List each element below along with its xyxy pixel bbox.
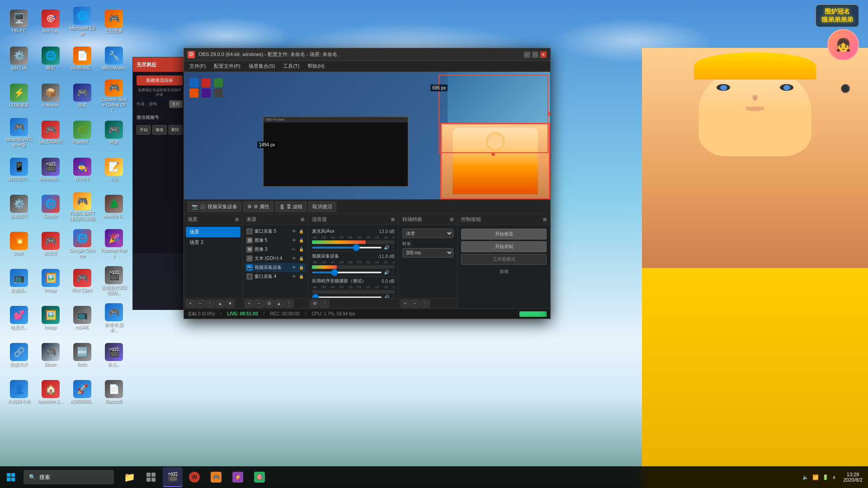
obs-menu-profile[interactable]: 配置文件(P) bbox=[210, 62, 244, 70]
icon-youxi[interactable]: 🎮 游戏无 bbox=[35, 226, 66, 262]
source-item-4[interactable]: T 文本 (GDI+) 4 👁 🔒 bbox=[245, 254, 306, 263]
icon-yingpian[interactable]: 🎬 近期影片2020080... bbox=[99, 263, 129, 299]
source-up-btn[interactable]: ▲ bbox=[274, 300, 283, 308]
icon-woodily[interactable]: 🌲 woodily li... bbox=[99, 189, 129, 225]
source-vis-btn-2[interactable]: 👁 bbox=[291, 237, 297, 244]
obs-attr-btn[interactable]: ⚙ ⚙ 属性 bbox=[243, 202, 274, 212]
transition-duration-select[interactable]: 300 ms bbox=[402, 248, 453, 258]
mixer-app-menu-icon[interactable]: ⋮ bbox=[390, 295, 395, 298]
source-item-5[interactable]: 📷 视频采集设备 👁 🔒 bbox=[245, 263, 306, 272]
scenes-panel-icon[interactable]: ⊞ bbox=[235, 217, 239, 222]
source-item-1[interactable]: ⬛ 窗口采集 5 👁 🔒 bbox=[245, 227, 306, 236]
icon-qiri[interactable]: 🎮 七日世界 bbox=[99, 4, 129, 40]
icon-counter[interactable]: 🎮 Counter-Strike Global Off... bbox=[99, 78, 129, 114]
source-lock-btn-1[interactable]: 🔒 bbox=[298, 228, 304, 235]
mixer-settings-btn[interactable]: ⚙ bbox=[310, 300, 319, 308]
icon-wangye[interactable]: 🌐 网页 bbox=[35, 41, 66, 77]
mixer-video-vol-icon[interactable]: 🔊 bbox=[384, 270, 389, 275]
icon-wegame[interactable]: 🎮 steam版WeGame版 bbox=[4, 115, 34, 151]
icon-launcher[interactable]: 🚀 e1908060... bbox=[67, 374, 98, 410]
icon-witch-it[interactable]: 🧙 Witch It bbox=[67, 152, 98, 188]
obs-close-button[interactable]: ✕ bbox=[540, 52, 547, 58]
icon-obs-multi[interactable]: 🎬 obs-multi-... bbox=[35, 152, 66, 188]
icon-cf[interactable]: 📄 cfe3f69d2... bbox=[67, 41, 98, 77]
icon-pubg[interactable]: 🎮 PUBG BATTLEGROUND bbox=[67, 189, 98, 225]
wuming-open-button[interactable]: 开始 bbox=[137, 125, 151, 135]
source-lock-btn-2[interactable]: 🔒 bbox=[298, 237, 304, 244]
start-button[interactable] bbox=[0, 466, 22, 488]
icon-riot[interactable]: 🎮 Riot Client bbox=[67, 263, 98, 299]
icon-sunyi[interactable]: 👤 大内24小时 bbox=[4, 374, 34, 410]
icon-luweiqi[interactable]: 🎮 鲁维奇 版本... bbox=[99, 300, 129, 336]
scene-add-btn[interactable]: + bbox=[186, 300, 195, 308]
mixer-mic-volume-slider[interactable] bbox=[312, 247, 382, 249]
icon-image[interactable]: 🖼️ Image bbox=[35, 263, 66, 299]
icon-uujiasu[interactable]: ⚡ UU加速器 bbox=[4, 78, 34, 114]
obs-menu-help[interactable]: 帮助(H) bbox=[304, 62, 328, 70]
sources-panel-icon[interactable]: ⊞ bbox=[301, 217, 304, 222]
mixer-panel-icon[interactable]: ⊞ bbox=[391, 217, 395, 222]
taskbar-search[interactable]: 🔍 搜索 bbox=[24, 470, 114, 484]
source-add-btn[interactable]: + bbox=[245, 300, 254, 308]
icon-aim-lab[interactable]: 🎯 Aim Lab bbox=[35, 4, 66, 40]
icon-image2[interactable]: 🖼️ Image bbox=[35, 300, 66, 336]
mixer-mic-menu-icon[interactable]: ⋮ bbox=[390, 245, 395, 250]
icon-ms-edge[interactable]: 🌐 Microsoft Edge bbox=[67, 4, 98, 40]
source-vis-btn-4[interactable]: 👁 bbox=[291, 255, 297, 262]
source-vis-btn-5[interactable]: 👁 bbox=[291, 264, 297, 271]
scene-more-btn[interactable]: ⋮ bbox=[206, 300, 215, 308]
obs-cancel-btn[interactable]: 取消激活 bbox=[308, 202, 336, 212]
scene-down-btn[interactable]: ▼ bbox=[226, 300, 235, 308]
source-more-btn[interactable]: ⋮ bbox=[284, 300, 293, 308]
icon-plantsvs[interactable]: 🌿 PlantsV... bbox=[67, 115, 98, 151]
taskbar-clock[interactable]: 13:28 2020/8/2 bbox=[840, 472, 866, 483]
transition-more-btn[interactable]: ⋮ bbox=[420, 300, 429, 308]
obs-capture-btn[interactable]: 📷 🎥 视频采集设备 bbox=[188, 202, 241, 212]
icon-microworks[interactable]: 🔧 MicroWorks bbox=[99, 41, 129, 77]
wuming-modify-button[interactable]: 修改 bbox=[152, 125, 166, 135]
source-lock-btn-4[interactable]: 🔒 bbox=[298, 255, 304, 262]
obs-menu-scenes[interactable]: 场景集合(S) bbox=[245, 62, 279, 70]
taskbar-file-explorer[interactable]: 📁 bbox=[119, 467, 139, 487]
source-item-2[interactable]: 🖼 图像 5 👁 🔒 bbox=[245, 236, 306, 245]
taskbar-task-view[interactable] bbox=[141, 467, 161, 487]
scene-item-1[interactable]: 场景 bbox=[186, 227, 241, 237]
icon-24xiaoshi[interactable]: 🏠 launcher-1... bbox=[35, 374, 66, 410]
source-props-btn[interactable]: ⚙ bbox=[264, 300, 274, 308]
icon-google[interactable]: 🌐 Google bbox=[35, 189, 66, 225]
obs-minimize-button[interactable]: ─ bbox=[524, 52, 530, 58]
transitions-panel-icon[interactable]: ⊞ bbox=[450, 217, 453, 222]
icon-obs-studio[interactable]: 🎬 孙义... bbox=[99, 337, 129, 373]
icon-dd1095[interactable]: 📱 dd1095Pi... bbox=[4, 152, 34, 188]
mixer-more-btn[interactable]: ⋮ bbox=[320, 300, 329, 308]
start-recording-btn[interactable]: 开始录制 bbox=[461, 241, 547, 252]
scene-up-btn[interactable]: ▲ bbox=[216, 300, 225, 308]
scene-item-2[interactable]: 场景 2 bbox=[186, 237, 241, 248]
source-edit-btn-3[interactable]: ✏ bbox=[291, 246, 297, 253]
mixer-mic-vol-icon[interactable]: 🔊 bbox=[384, 245, 389, 250]
mixer-video-volume-slider[interactable] bbox=[312, 272, 382, 273]
icon-mainpak[interactable]: 📦 mainpak bbox=[35, 78, 66, 114]
icon-dianliantian[interactable]: 💕 电恋天... bbox=[4, 300, 34, 336]
icon-chrome[interactable]: 🌐 Google Chrome bbox=[67, 226, 98, 262]
icon-steam[interactable]: 🎮 Steam bbox=[35, 337, 66, 373]
taskbar-game-2[interactable]: 🎮 bbox=[206, 467, 226, 487]
icon-kuai1440[interactable]: 📺 rs1440 bbox=[67, 300, 98, 336]
taskbar-game-3[interactable]: ⚡ bbox=[228, 467, 248, 487]
obs-menu-tools[interactable]: 工具(T) bbox=[279, 62, 303, 70]
wuming-delete-button[interactable]: 删除 bbox=[169, 125, 183, 135]
icon-crash[interactable]: 💥 crash bbox=[4, 226, 34, 262]
mixer-video-menu-icon[interactable]: ⋮ bbox=[390, 270, 395, 275]
source-vis-btn-1[interactable]: 👁 bbox=[291, 228, 297, 235]
source-lock-btn-3[interactable]: 🔒 bbox=[298, 246, 304, 253]
source-remove-btn[interactable]: − bbox=[255, 300, 264, 308]
icon-kuaijie[interactable]: 🔗 快捷方式 bbox=[4, 337, 34, 373]
icon-e19080[interactable]: 📄 Basscdll bbox=[99, 374, 129, 410]
obs-filter-btn[interactable]: 🎛 🎛 滤镜 bbox=[275, 202, 307, 212]
icon-gd42[interactable]: ⚙️ gd42.dll bbox=[4, 41, 34, 77]
source-lock-btn-6[interactable]: 🔒 bbox=[298, 273, 304, 280]
obs-maximize-button[interactable]: □ bbox=[532, 52, 538, 58]
obs-menu-file[interactable]: 文件(F) bbox=[186, 62, 209, 70]
icon-fonts[interactable]: 🔤 fonts bbox=[67, 337, 98, 373]
new-target-button[interactable]: 新建推流目标 bbox=[137, 75, 183, 85]
